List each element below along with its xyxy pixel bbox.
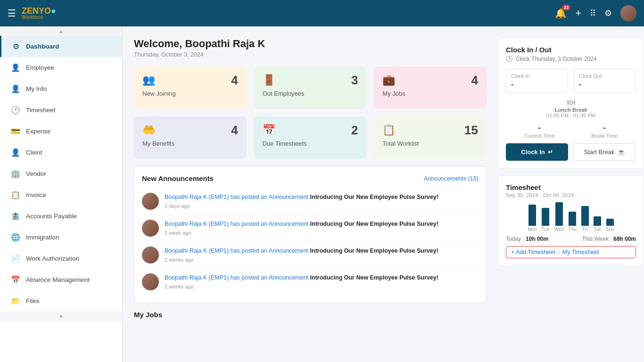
- start-break-button[interactable]: Start Break ☕: [573, 143, 636, 161]
- clock-buttons: Clock In ↵ Start Break ☕: [506, 143, 636, 161]
- announce-author-link[interactable]: Boopathi Raja K (EMP1) has posted an Ann…: [165, 221, 310, 227]
- work-auth-icon: 📄: [11, 254, 20, 263]
- clock-date: Clock Thursday, 3 October 2024: [516, 56, 597, 62]
- card-total-worklist[interactable]: 📋 Total Worklist 15: [374, 116, 487, 159]
- clock-out-field: Clock Out -: [574, 69, 636, 93]
- card-my-jobs[interactable]: 💼 My Jobs 4: [374, 66, 487, 109]
- sidebar-item-work-authorization[interactable]: 📄 Work Authorization: [0, 248, 122, 269]
- coffee-icon: ☕: [618, 148, 625, 156]
- clock-in-button[interactable]: Clock In ↵: [506, 143, 568, 161]
- immigration-icon: 🌐: [11, 233, 20, 242]
- my-timesheet-link[interactable]: My Timesheet: [562, 249, 599, 255]
- sidebar-item-accounts-payable[interactable]: 🏦 Accounts Payable: [0, 206, 122, 227]
- total-worklist-label: Total Worklist: [382, 140, 478, 147]
- sidebar-item-absence-management[interactable]: 📅 Absence Management: [0, 269, 122, 290]
- clock-in-value: -: [511, 80, 563, 89]
- announce-author-link[interactable]: Boopathi Raja K (EMP1) has posted an Ann…: [165, 247, 310, 254]
- clock-out-value: -: [579, 80, 631, 89]
- sidebar-item-dashboard[interactable]: ⊙ Dashboard: [0, 36, 122, 57]
- sidebar-label-expense: Expense: [26, 128, 51, 135]
- files-icon: 📁: [11, 296, 20, 305]
- sidebar-item-timesheet[interactable]: 🕐 Timesheet: [0, 99, 122, 121]
- sidebar-item-vendor[interactable]: 🏢 Vendor: [0, 163, 122, 184]
- announcements-list: Boopathi Raja K (EMP1) has posted an Ann…: [142, 188, 479, 295]
- sidebar-label-dashboard: Dashboard: [26, 43, 59, 50]
- timesheet-chart: Mon Tue Wed Thu Fri Sat Sun: [506, 204, 636, 232]
- sidebar-label-employee: Employee: [26, 64, 54, 71]
- announce-time: 2 weeks ago: [165, 257, 479, 263]
- announce-text: Boopathi Raja K (EMP1) has posted an Ann…: [165, 193, 479, 202]
- my-jobs-icon: 💼: [382, 74, 478, 86]
- ts-day-label: Fri: [582, 227, 588, 232]
- ts-bar: [606, 219, 614, 226]
- my-benefits-count: 4: [231, 123, 238, 138]
- announce-author-link[interactable]: Boopathi Raja K (EMP1) has posted an Ann…: [165, 194, 310, 200]
- sidebar-label-accounts-payable: Accounts Payable: [26, 213, 77, 220]
- vendor-icon: 🏢: [11, 169, 20, 178]
- announce-text: Boopathi Raja K (EMP1) has posted an Ann…: [165, 273, 479, 282]
- logo[interactable]: ZENYO● Workforce: [22, 7, 56, 20]
- break-time-label: Break Time: [591, 133, 618, 139]
- announce-avatar: [142, 247, 159, 263]
- absence-icon: 📅: [11, 275, 20, 284]
- lunch-time: 01:00 PM - 01:45 PM: [506, 113, 636, 118]
- cards-row-2: 🤲 My Benefits 4 📅 Due Timesheets 2 📋 Tot…: [134, 116, 487, 159]
- ts-bar-column: Mon: [528, 205, 537, 232]
- sidebar-label-invoice: Invoice: [26, 191, 46, 198]
- card-due-timesheets[interactable]: 📅 Due Timesheets 2: [254, 116, 367, 159]
- sidebar-label-vendor: Vendor: [26, 170, 46, 177]
- clock-out-label: Clock Out: [579, 73, 631, 79]
- announcements-section: New Announcements Announcements (15) Boo…: [134, 166, 487, 303]
- ts-day-label: Sat: [594, 227, 601, 232]
- sidebar-scroll-down[interactable]: ▼: [0, 312, 122, 321]
- clock-in-label: Clock In: [511, 73, 563, 79]
- ts-day-label: Tue: [542, 227, 550, 232]
- sidebar-scroll-up[interactable]: ▲: [0, 26, 122, 36]
- new-joining-count: 4: [231, 73, 238, 88]
- sidebar-item-myinfo[interactable]: 👤 My Info: [0, 78, 122, 99]
- time-row: - Current Time - Break Time: [506, 123, 636, 139]
- settings-icon[interactable]: ⚙: [604, 8, 612, 18]
- ts-bar-column: Fri: [581, 206, 589, 232]
- card-my-benefits[interactable]: 🤲 My Benefits 4: [134, 116, 247, 159]
- sidebar-item-files[interactable]: 📁 Files: [0, 290, 122, 312]
- sidebar-label-timesheet: Timesheet: [26, 107, 56, 114]
- logo-dot: ●: [51, 6, 56, 16]
- sidebar-item-client[interactable]: 👤 Client: [0, 142, 122, 163]
- break-time-col: - Break Time: [591, 123, 618, 139]
- announce-author-link[interactable]: Boopathi Raja K (EMP1) has posted an Ann…: [165, 274, 310, 281]
- timesheet-links[interactable]: + Add Timesheet | My Timesheet: [506, 246, 636, 258]
- my-jobs-label: My Jobs: [382, 90, 478, 97]
- avatar[interactable]: [620, 5, 636, 21]
- sidebar-item-expense[interactable]: 💳 Expense: [0, 121, 122, 142]
- card-new-joining[interactable]: 👥 New Joining 4: [134, 66, 247, 109]
- sidebar-label-client: Client: [26, 149, 42, 156]
- announcement-item: Boopathi Raja K (EMP1) has posted an Ann…: [142, 188, 479, 215]
- myinfo-icon: 👤: [11, 84, 20, 93]
- current-time-label: Current Time: [524, 133, 554, 139]
- clock-fields-row: Clock In - Clock Out -: [506, 69, 636, 93]
- announcement-item: Boopathi Raja K (EMP1) has posted an Ann…: [142, 242, 479, 269]
- today-val: 10h 00m: [526, 236, 548, 242]
- my-jobs-count: 4: [471, 73, 478, 88]
- out-employees-icon: 🚪: [263, 74, 358, 86]
- ts-bar-column: Wed: [554, 202, 563, 232]
- announce-body: Boopathi Raja K (EMP1) has posted an Ann…: [165, 193, 479, 210]
- ts-bar-column: Thu: [569, 212, 577, 232]
- ts-link-separator: |: [558, 249, 559, 255]
- apps-icon[interactable]: ⠿: [590, 8, 596, 18]
- card-out-employees[interactable]: 🚪 Out Employees 3: [254, 66, 367, 109]
- add-timesheet-link[interactable]: + Add Timesheet: [511, 249, 555, 255]
- notification-bell[interactable]: 🔔 22: [555, 8, 567, 19]
- sidebar-item-immigration[interactable]: 🌐 Immigration: [0, 227, 122, 248]
- sidebar-item-employee[interactable]: 👤 Employee: [0, 57, 122, 78]
- announcements-header: New Announcements Announcements (15): [142, 174, 479, 182]
- announce-avatar: [142, 193, 159, 210]
- sidebar-item-invoice[interactable]: 📋 Invoice: [0, 184, 122, 206]
- due-timesheets-icon: 📅: [263, 124, 358, 136]
- announce-time: 1 week ago: [165, 230, 479, 236]
- ts-day-label: Thu: [569, 227, 577, 232]
- hamburger-icon[interactable]: ☰: [8, 8, 16, 19]
- announcements-link[interactable]: Announcements (15): [424, 175, 479, 182]
- add-icon[interactable]: +: [575, 7, 581, 19]
